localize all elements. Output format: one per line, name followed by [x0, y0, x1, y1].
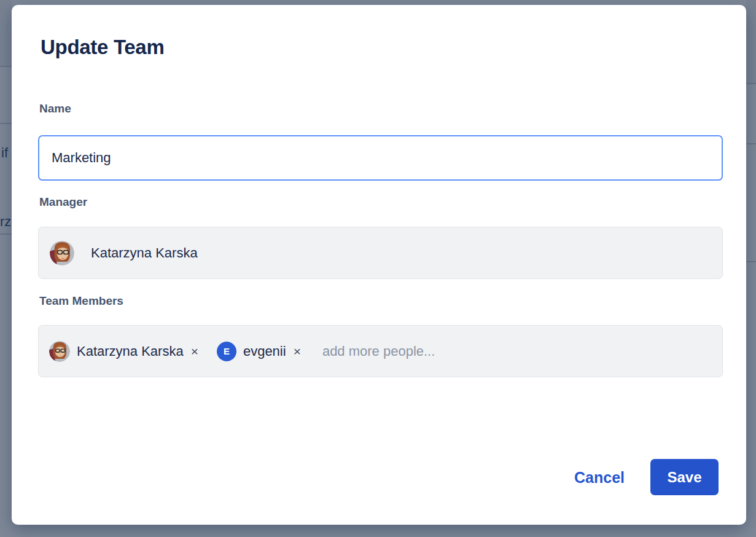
backdrop-divider	[746, 143, 756, 144]
cancel-button[interactable]: Cancel	[564, 465, 634, 490]
modal-title: Update Team	[41, 36, 164, 59]
member-chip: E evgenii ×	[217, 342, 303, 361]
manager-name: Katarzyna Karska	[91, 245, 198, 261]
backdrop-band	[0, 0, 12, 66]
backdrop-band	[746, 0, 756, 83]
update-team-modal: Update Team Name Manager Katarzyna Karsk…	[12, 5, 746, 525]
add-members-input[interactable]	[321, 343, 722, 360]
backdrop-text-fragment: rz	[0, 214, 11, 230]
name-field-label: Name	[39, 102, 71, 116]
member-chip: Katarzyna Karska ×	[49, 341, 200, 362]
manager-select-field[interactable]: Katarzyna Karska	[38, 227, 723, 279]
backdrop-divider	[0, 66, 12, 67]
team-name-input[interactable]	[38, 135, 723, 181]
team-members-field-label: Team Members	[39, 294, 123, 308]
team-members-field[interactable]: Katarzyna Karska × E evgenii ×	[38, 325, 723, 377]
remove-member-icon[interactable]: ×	[292, 343, 303, 359]
remove-member-icon[interactable]: ×	[189, 343, 200, 359]
save-button[interactable]: Save	[650, 459, 719, 495]
member-initial-avatar: E	[217, 342, 236, 361]
backdrop-divider	[746, 83, 756, 84]
member-avatar	[49, 341, 70, 362]
manager-field-label: Manager	[39, 195, 87, 209]
backdrop-divider	[746, 261, 756, 262]
backdrop-text-fragment: if	[1, 145, 8, 161]
manager-avatar	[50, 241, 74, 265]
backdrop-divider	[0, 123, 12, 124]
member-name: evgenii	[243, 343, 286, 359]
member-name: Katarzyna Karska	[77, 343, 184, 359]
backdrop-divider	[0, 233, 12, 235]
